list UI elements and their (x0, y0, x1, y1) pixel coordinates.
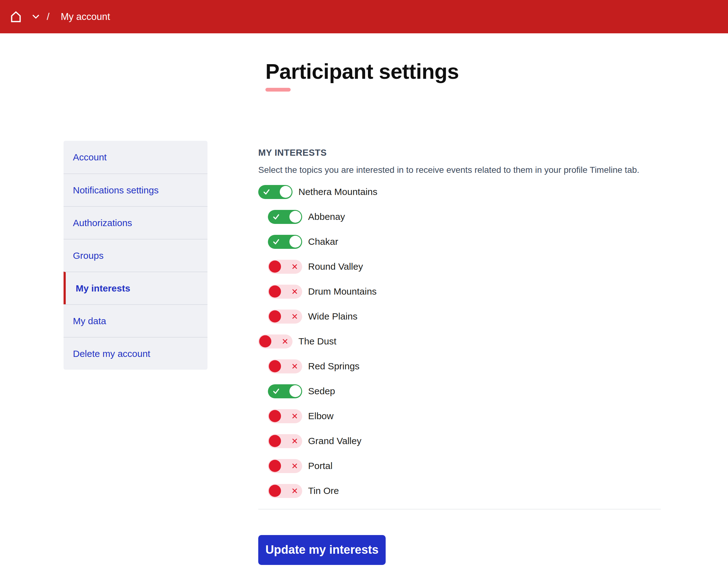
breadcrumb-current: My account (61, 11, 110, 22)
sidebar-item-label: Delete my account (73, 348, 150, 359)
page-title: Participant settings (265, 60, 459, 83)
sidebar-item-label: Groups (73, 250, 103, 261)
toggle-knob (269, 435, 281, 447)
x-icon (292, 488, 298, 494)
check-icon (272, 213, 280, 221)
toggle-knob (289, 211, 301, 223)
interest-label: Abbenay (308, 211, 345, 222)
chevron-down-icon[interactable] (32, 15, 39, 19)
my-interests-section: MY INTERESTS Select the topics you are i… (258, 141, 661, 565)
sidebar-item-label: Account (73, 152, 107, 163)
interest-row-grand-valley: Grand Valley (268, 434, 661, 448)
interest-label: Elbow (308, 411, 334, 421)
breadcrumb: / My account (0, 0, 728, 33)
interest-toggle-off[interactable] (258, 335, 292, 348)
check-icon (262, 188, 271, 196)
interest-toggle-off[interactable] (268, 409, 302, 423)
toggle-knob (269, 261, 281, 273)
interest-label: Chakar (308, 236, 338, 247)
interest-label: Sedep (308, 386, 335, 396)
sidebar-item-label: Authorizations (73, 218, 132, 228)
x-icon (292, 363, 298, 369)
sidebar-item-notifications-settings[interactable]: Notifications settings (63, 174, 207, 206)
sidebar-item-groups[interactable]: Groups (63, 239, 207, 271)
toggle-knob (289, 385, 301, 397)
interest-row-round-valley: Round Valley (268, 260, 661, 274)
sidebar-item-label: My interests (76, 283, 130, 294)
check-icon (272, 387, 280, 396)
x-icon (292, 463, 298, 469)
interest-toggle-off[interactable] (268, 260, 302, 274)
sidebar-item-my-interests[interactable]: My interests (63, 271, 207, 304)
divider (258, 509, 661, 509)
interest-toggle-off[interactable] (268, 459, 302, 473)
interest-row-nethera-mountains: Nethera Mountains (258, 185, 661, 199)
interest-label: Round Valley (308, 261, 363, 272)
toggle-knob (269, 360, 281, 372)
interest-toggle-on[interactable] (268, 210, 302, 224)
interest-row-red-springs: Red Springs (268, 360, 661, 373)
interest-row-sedep: Sedep (268, 384, 661, 398)
section-heading: MY INTERESTS (258, 148, 661, 158)
toggle-knob (280, 186, 292, 198)
breadcrumb-separator: / (47, 11, 50, 22)
interest-toggle-off[interactable] (268, 360, 302, 373)
interest-toggle-off[interactable] (268, 310, 302, 324)
interest-row-drum-mountains: Drum Mountains (268, 285, 661, 299)
interest-row-tin-ore: Tin Ore (268, 484, 661, 498)
settings-layout: Account Notifications settings Authoriza… (63, 141, 661, 565)
toggle-knob (269, 286, 281, 298)
home-icon[interactable] (9, 10, 23, 24)
sidebar-item-authorizations[interactable]: Authorizations (63, 206, 207, 239)
toggle-knob (269, 460, 281, 472)
interest-row-wide-plains: Wide Plains (268, 310, 661, 324)
interest-label: Tin Ore (308, 485, 339, 496)
interest-toggle-off[interactable] (268, 434, 302, 448)
toggle-knob (269, 311, 281, 323)
interest-label: Portal (308, 460, 332, 471)
sidebar-item-account[interactable]: Account (63, 141, 207, 174)
sidebar-item-my-data[interactable]: My data (63, 304, 207, 337)
x-icon (292, 413, 298, 419)
interest-label: Nethera Mountains (298, 187, 377, 197)
interest-toggle-on[interactable] (268, 384, 302, 398)
interest-label: Wide Plains (308, 311, 357, 322)
x-icon (292, 288, 298, 295)
interest-label: Grand Valley (308, 436, 361, 446)
x-icon (292, 438, 298, 444)
toggle-knob (269, 485, 281, 497)
interest-row-portal: Portal (268, 459, 661, 473)
interest-toggle-on[interactable] (268, 235, 302, 249)
interest-label: Drum Mountains (308, 286, 376, 297)
x-icon (292, 263, 298, 270)
x-icon (282, 338, 288, 344)
sidebar-item-delete-my-account[interactable]: Delete my account (63, 337, 207, 370)
settings-sidebar: Account Notifications settings Authoriza… (63, 141, 207, 370)
toggle-knob (289, 236, 301, 247)
toggle-knob (269, 410, 281, 422)
toggle-knob (259, 336, 271, 348)
interest-row-the-dust: The Dust (258, 335, 661, 348)
interest-toggle-off[interactable] (268, 285, 302, 299)
interest-label: The Dust (298, 336, 336, 347)
interest-toggle-on[interactable] (258, 185, 292, 199)
interest-list: Nethera Mountains Abbenay Chakar (258, 185, 661, 498)
check-icon (272, 238, 280, 246)
section-description: Select the topics you are interested in … (258, 165, 661, 175)
x-icon (292, 313, 298, 320)
interest-toggle-off[interactable] (268, 484, 302, 498)
interest-row-elbow: Elbow (268, 409, 661, 423)
sidebar-item-label: Notifications settings (73, 185, 159, 195)
interest-row-chakar: Chakar (268, 235, 661, 249)
update-interests-button[interactable]: Update my interests (258, 535, 386, 565)
sidebar-item-label: My data (73, 316, 106, 326)
title-underline-accent (265, 88, 291, 91)
interest-label: Red Springs (308, 361, 360, 372)
interest-row-abbenay: Abbenay (268, 210, 661, 224)
